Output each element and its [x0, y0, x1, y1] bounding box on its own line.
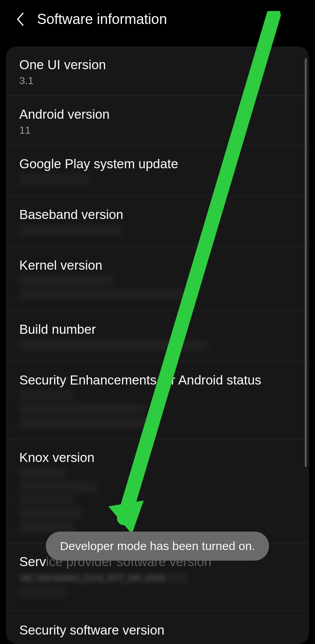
item-security-software[interactable]: Security software version	[6, 611, 309, 644]
item-value	[19, 174, 296, 186]
item-title: Baseband version	[19, 207, 296, 222]
back-icon[interactable]	[16, 11, 25, 27]
toast-message: Developer mode has been turned on.	[60, 539, 255, 552]
item-security-enhancements[interactable]: Security Enhancements for Android status	[6, 362, 309, 439]
item-title: Knox version	[19, 450, 296, 465]
item-value: 3.1	[19, 75, 296, 87]
item-value	[19, 275, 296, 300]
item-value	[19, 390, 296, 429]
item-baseband-version[interactable]: Baseband version	[6, 196, 309, 247]
item-kernel-version[interactable]: Kernel version	[6, 247, 309, 311]
item-title: Android version	[19, 107, 296, 122]
item-title: Google Play system update	[19, 156, 296, 171]
toast: Developer mode has been turned on.	[46, 532, 269, 561]
page-title: Software information	[37, 11, 167, 28]
item-one-ui-version[interactable]: One UI version 3.1	[6, 46, 309, 96]
item-title: One UI version	[19, 57, 296, 72]
item-value: MC SM-N986U_OYN_ATT_RR_0009	[19, 572, 296, 597]
item-title: Security Enhancements for Android status	[19, 373, 296, 388]
item-build-number[interactable]: Build number	[6, 311, 309, 362]
item-value	[19, 224, 296, 236]
item-android-version[interactable]: Android version 11	[6, 96, 309, 145]
scrollbar[interactable]	[305, 58, 307, 467]
item-value	[19, 467, 296, 533]
header: Software information	[0, 0, 315, 39]
item-value	[19, 339, 296, 351]
item-knox-version[interactable]: Knox version	[6, 439, 309, 543]
item-title: Build number	[19, 322, 296, 337]
item-title: Security software version	[19, 623, 296, 638]
item-value: 11	[19, 124, 296, 136]
item-title: Kernel version	[19, 258, 296, 273]
item-google-play-update[interactable]: Google Play system update	[6, 145, 309, 196]
